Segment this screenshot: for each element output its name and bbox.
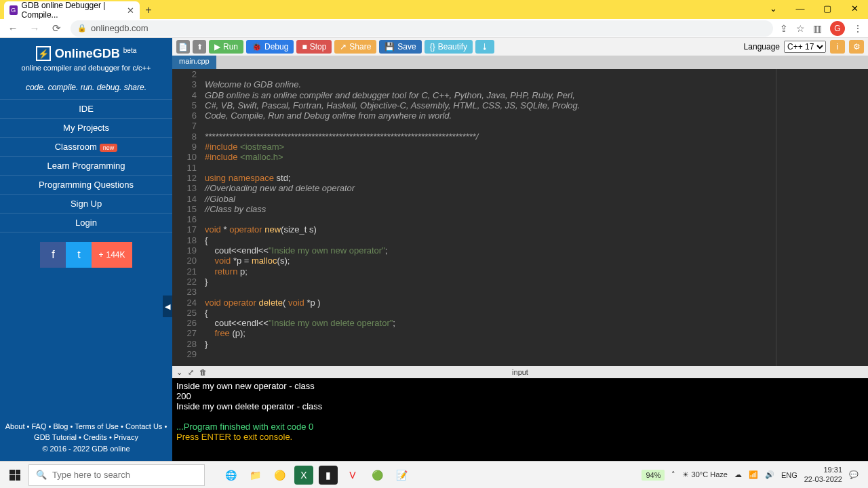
battery-indicator[interactable]: 94% [642, 470, 665, 481]
sidebar-item-classroom[interactable]: Classroomnew [0, 137, 172, 156]
search-icon: 🔍 [36, 470, 47, 480]
ruler-line [776, 69, 776, 366]
sidebar-item-login[interactable]: Login [0, 213, 172, 232]
extensions-icon[interactable]: ▥ [813, 23, 822, 34]
chrome-dropdown[interactable]: ⌄ [760, 0, 787, 16]
app-icon-3[interactable]: 📝 [392, 466, 411, 485]
notifications-icon[interactable]: 💬 [849, 470, 859, 479]
sidebar-item-my-projects[interactable]: My Projects [0, 118, 172, 137]
sidebar-item-ide[interactable]: IDE [0, 99, 172, 118]
edge-icon[interactable]: 🌐 [221, 466, 240, 485]
tagline: code. compile. run. debug. share. [0, 76, 172, 99]
chrome-icon[interactable]: 🟡 [270, 466, 289, 485]
window-close[interactable]: ✕ [841, 0, 868, 16]
code-editor[interactable]: 2345678910111213141516171819202122232425… [172, 69, 868, 366]
reload-button[interactable]: ⟳ [49, 22, 64, 35]
footer-links[interactable]: About • FAQ • Blog • Terms of Use • Cont… [3, 421, 170, 443]
new-file-icon[interactable]: 📄 [176, 40, 190, 54]
excel-icon[interactable]: X [294, 466, 313, 485]
tab-favicon-icon: G [9, 5, 18, 15]
console-collapse-icon[interactable]: ⌄ [176, 368, 182, 377]
save-button[interactable]: 💾 Save [379, 40, 421, 54]
tray-chevron-icon[interactable]: ˄ [671, 470, 675, 479]
tab-title: GDB online Debugger | Compile... [22, 1, 123, 20]
taskbar-search[interactable]: 🔍 Type here to search [28, 464, 205, 486]
file-tab[interactable]: main.cpp [172, 56, 216, 69]
volume-icon[interactable]: 🔊 [765, 470, 774, 479]
run-button[interactable]: ▶ Run [209, 40, 243, 54]
new-tab-button[interactable]: + [140, 1, 157, 19]
language-label: Language [744, 42, 780, 52]
terminal-icon[interactable]: ▮ [319, 466, 338, 485]
new-badge: new [100, 144, 118, 152]
share-page-icon[interactable]: ⇪ [780, 23, 788, 34]
clock[interactable]: 19:31 22-03-2022 [804, 466, 842, 483]
download-button[interactable]: ⭳ [475, 40, 494, 54]
browser-tab[interactable]: G GDB online Debugger | Compile... ✕ [4, 1, 140, 19]
url-text: onlinegdb.com [91, 23, 149, 33]
copyright: © 2016 - 2022 GDB online [3, 443, 170, 455]
profile-avatar[interactable]: G [830, 21, 845, 36]
console-output[interactable]: Inside my own new operator - class200Ins… [172, 378, 868, 461]
share-count-button[interactable]: + 144K [92, 242, 132, 268]
sidebar: ⚡ OnlineGDB beta online compiler and deb… [0, 38, 172, 461]
bookmark-icon[interactable]: ☆ [796, 23, 805, 34]
weather-widget[interactable]: ☀ 30°C Haze [682, 470, 727, 479]
info-button[interactable]: i [830, 40, 845, 54]
share-button[interactable]: ↗ Share [334, 40, 376, 54]
tab-close-icon[interactable]: ✕ [127, 5, 134, 16]
address-bar[interactable]: 🔒 onlinegdb.com [71, 20, 773, 37]
settings-button[interactable]: ⚙ [849, 40, 864, 54]
twitter-button[interactable]: t [66, 242, 92, 268]
app-icon-1[interactable]: V [343, 466, 362, 485]
search-placeholder: Type here to search [52, 470, 130, 480]
language-indicator[interactable]: ENG [781, 471, 797, 479]
taskbar: 🔍 Type here to search 🌐 📁 🟡 X ▮ V 🟢 📝 94… [0, 461, 868, 488]
sidebar-item-programming-questions[interactable]: Programming Questions [0, 175, 172, 194]
lock-icon: 🔒 [77, 24, 87, 33]
forward-button[interactable]: → [27, 22, 42, 34]
bolt-icon: ⚡ [36, 46, 51, 61]
back-button[interactable]: ← [5, 22, 20, 34]
explorer-icon[interactable]: 📁 [245, 466, 264, 485]
console-label: input [512, 368, 528, 376]
sidebar-item-learn-programming[interactable]: Learn Programming [0, 156, 172, 175]
start-button[interactable] [4, 464, 26, 486]
wifi-icon[interactable]: 📶 [749, 470, 758, 479]
app-icon-2[interactable]: 🟢 [368, 466, 387, 485]
upload-icon[interactable]: ⬆ [193, 40, 206, 54]
console-expand-icon[interactable]: ⤢ [188, 368, 194, 377]
beautify-button[interactable]: {} Beautify [425, 40, 473, 54]
debug-button[interactable]: 🐞 Debug [246, 40, 294, 54]
window-maximize[interactable]: ▢ [814, 0, 841, 16]
chrome-menu-icon[interactable]: ⋮ [853, 23, 863, 34]
facebook-button[interactable]: f [40, 242, 66, 268]
console-clear-icon[interactable]: 🗑 [199, 368, 207, 376]
language-select[interactable]: C++ 17 [784, 41, 826, 53]
stop-button[interactable]: ■ Stop [296, 40, 332, 54]
logo-subtitle: online compiler and debugger for c/c++ [5, 64, 167, 72]
plus-icon: + [98, 250, 103, 260]
onedrive-icon[interactable]: ☁ [734, 470, 742, 479]
toolbar: 📄 ⬆ ▶ Run 🐞 Debug ■ Stop ↗ Share 💾 Save … [172, 38, 868, 56]
collapse-sidebar-button[interactable]: ◀ [163, 296, 172, 317]
logo: ⚡ OnlineGDB beta [5, 46, 167, 61]
window-minimize[interactable]: — [787, 0, 814, 16]
sidebar-item-sign-up[interactable]: Sign Up [0, 194, 172, 213]
